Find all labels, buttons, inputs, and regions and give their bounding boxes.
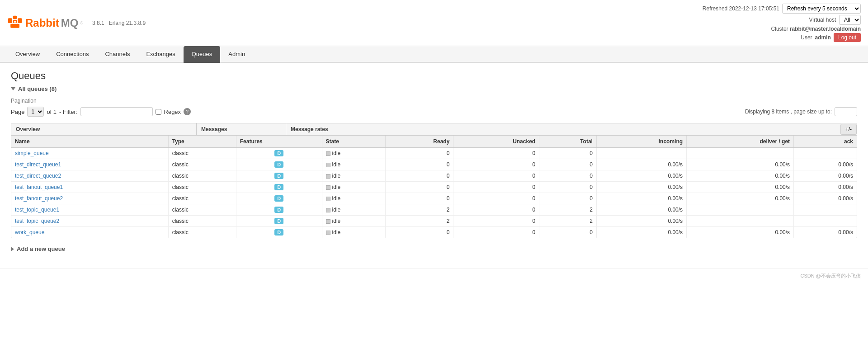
features-badge: D	[274, 150, 283, 156]
cell-unacked: 0	[453, 159, 539, 170]
features-badge: D	[274, 207, 283, 213]
cell-name: test_topic_queue2	[11, 216, 168, 227]
cluster-row: Cluster rabbit@master.localdomain	[703, 26, 861, 32]
cell-unacked: 0	[453, 182, 539, 193]
cell-state: idle	[322, 204, 386, 216]
nav-exchanges[interactable]: Exchanges	[138, 46, 183, 63]
section-message-rates: Message rates	[286, 123, 840, 135]
regex-checkbox[interactable]	[156, 109, 161, 115]
cell-ack: 0.00/s	[794, 170, 857, 182]
cell-unacked: 0	[453, 193, 539, 204]
cell-ack	[794, 204, 857, 216]
cell-ready: 0	[386, 170, 453, 182]
pagination-label: Pagination	[11, 98, 857, 104]
col-deliver-get: deliver / get	[687, 136, 794, 148]
nav-queues[interactable]: Queues	[184, 46, 221, 63]
cell-type: classic	[168, 182, 236, 193]
refresh-select[interactable]: Refresh every 5 seconds Refresh every 10…	[782, 4, 861, 14]
cell-total: 0	[539, 182, 597, 193]
features-badge: D	[274, 173, 283, 179]
cell-type: classic	[168, 227, 236, 238]
queue-name-link[interactable]: test_fanout_queue1	[15, 184, 63, 190]
cell-name: work_queue	[11, 227, 168, 238]
pagination-controls: Page 1 of 1 - Filter: Regex ? Displaying…	[11, 107, 857, 117]
nav-bar: Overview Connections Channels Exchanges …	[0, 46, 868, 63]
nav-overview[interactable]: Overview	[7, 46, 48, 63]
cell-ready: 0	[386, 193, 453, 204]
cell-unacked: 0	[453, 227, 539, 238]
cell-incoming: 0.00/s	[596, 204, 686, 216]
cell-total: 0	[539, 159, 597, 170]
queue-name-link[interactable]: test_fanout_queue2	[15, 195, 63, 202]
state-icon	[326, 197, 330, 201]
all-queues-header[interactable]: All queues (8)	[11, 85, 857, 92]
cell-ack: 0.00/s	[794, 182, 857, 193]
cell-features: D	[236, 170, 322, 182]
features-badge: D	[274, 195, 283, 202]
filter-input[interactable]	[80, 107, 153, 116]
cell-features: D	[236, 227, 322, 238]
cell-state: idle	[322, 182, 386, 193]
cell-ack	[794, 148, 857, 159]
nav-channels[interactable]: Channels	[97, 46, 138, 63]
cell-type: classic	[168, 193, 236, 204]
virtual-host-row: Virtual host All /	[703, 15, 861, 25]
table-header-row: Name Type Features State Ready Unacked T…	[11, 136, 857, 148]
state-icon	[326, 174, 330, 179]
logo-mq-text: MQ	[61, 17, 79, 29]
user-row: User admin Log out	[703, 33, 861, 42]
svg-rect-1	[13, 15, 17, 19]
refreshed-text: Refreshed 2022-12-13 17:05:51	[703, 5, 779, 12]
state-icon	[326, 231, 330, 235]
svg-rect-4	[10, 24, 19, 28]
add-queue-section[interactable]: Add a new queue	[11, 245, 857, 252]
cell-features: D	[236, 204, 322, 216]
add-queue-label: Add a new queue	[17, 245, 65, 252]
cell-features: D	[236, 193, 322, 204]
queue-name-link[interactable]: test_topic_queue2	[15, 218, 59, 224]
queues-tbody: simple_queue classic D idle 0 0 0 test_d…	[11, 148, 857, 238]
cell-unacked: 0	[453, 216, 539, 227]
page-select[interactable]: 1	[27, 107, 44, 117]
help-icon[interactable]: ?	[184, 108, 191, 115]
virtual-host-select[interactable]: All /	[839, 15, 861, 25]
col-state: State	[322, 136, 386, 148]
queue-name-link[interactable]: work_queue	[15, 229, 44, 236]
nav-connections[interactable]: Connections	[48, 46, 97, 63]
queue-name-link[interactable]: simple_queue	[15, 150, 49, 156]
state-icon	[326, 163, 330, 167]
svg-rect-3	[18, 18, 22, 23]
state-icon	[326, 208, 330, 212]
table-row: test_topic_queue1 classic D idle 2 0 2 0…	[11, 204, 857, 216]
nav-admin[interactable]: Admin	[220, 46, 253, 63]
table-row: work_queue classic D idle 0 0 0 0.00/s 0…	[11, 227, 857, 238]
cluster-value: rabbit@master.localdomain	[790, 26, 861, 32]
cell-state: idle	[322, 159, 386, 170]
plus-minus-button[interactable]: +/-	[840, 124, 857, 135]
state-icon	[326, 185, 330, 190]
table-row: test_topic_queue2 classic D idle 2 0 2 0…	[11, 216, 857, 227]
top-bar: RabbitMQ® 3.8.1 Erlang 21.3.8.9 Refreshe…	[0, 0, 868, 46]
logo-trademark: ®	[80, 21, 83, 25]
top-right: Refreshed 2022-12-13 17:05:51 Refresh ev…	[703, 4, 861, 42]
erlang-version: Erlang 21.3.8.9	[109, 20, 146, 26]
logout-button[interactable]: Log out	[834, 33, 861, 42]
version-number: 3.8.1	[92, 20, 104, 26]
svg-rect-5	[14, 21, 16, 23]
cell-features: D	[236, 216, 322, 227]
col-incoming: incoming	[596, 136, 686, 148]
cell-ready: 2	[386, 204, 453, 216]
cell-total: 0	[539, 170, 597, 182]
cell-unacked: 0	[453, 170, 539, 182]
page-size-input[interactable]: 100	[835, 107, 857, 116]
cell-total: 0	[539, 193, 597, 204]
queue-name-link[interactable]: test_direct_queue1	[15, 161, 61, 168]
cell-deliver-get: 0.00/s	[687, 227, 794, 238]
queues-table-wrapper: Overview Messages Message rates +/- Name…	[11, 123, 857, 238]
rabbitmq-logo-icon	[7, 15, 24, 31]
queues-table: Name Type Features State Ready Unacked T…	[11, 136, 857, 238]
footer: CSDN @不会压弯的小飞侠	[0, 269, 868, 283]
queue-name-link[interactable]: test_topic_queue1	[15, 207, 59, 213]
cell-deliver-get	[687, 148, 794, 159]
queue-name-link[interactable]: test_direct_queue2	[15, 173, 61, 179]
